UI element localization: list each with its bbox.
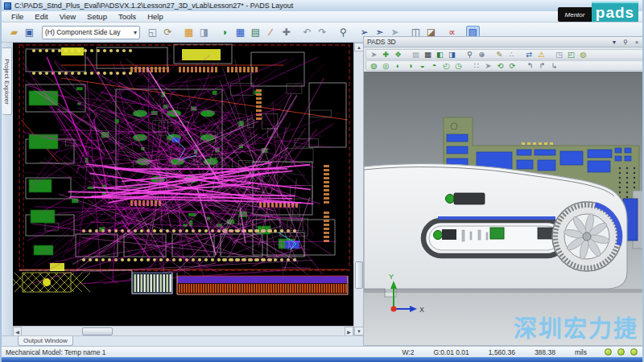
pads-3d-viewport[interactable]: YX 深圳宏力捷 [364, 72, 644, 345]
paste-icon[interactable]: ◨ [197, 26, 211, 39]
view-top-icon[interactable]: ◍ [368, 61, 380, 71]
toolbar-separator [175, 26, 181, 27]
board-view-icon[interactable]: ▦ [182, 26, 196, 39]
title-bar: C:\PADS_Stnd_Plus_Eval\PADSVX.1.2\Lesson… [2, 0, 644, 11]
pcb-canvas[interactable] [13, 43, 353, 326]
toolbar-separator [402, 26, 408, 27]
step-up-icon[interactable]: ↳ [548, 61, 560, 71]
toolbar-separator [518, 54, 523, 55]
via-icon[interactable]: ✚ [279, 26, 293, 39]
menu-view[interactable]: View [54, 12, 81, 21]
panel-close-icon[interactable]: × [632, 38, 642, 46]
board-3d-icon[interactable]: ▦ [422, 50, 434, 60]
layer-dropdown-value: (H) Component Side Lay [45, 28, 121, 36]
panel-pin-icon[interactable]: ⚲ [621, 38, 630, 46]
pcb-layout-drawing [13, 43, 353, 326]
layer-dropdown[interactable]: (H) Component Side Lay ▾ [42, 26, 140, 39]
snap-points-icon[interactable]: ∷ [470, 61, 482, 71]
layers-icon[interactable]: ▤ [249, 26, 262, 39]
pads-layout-window: C:\PADS_Stnd_Plus_Eval\PADSVX.1.2\Lesson… [0, 0, 644, 362]
window-title: C:\PADS_Stnd_Plus_Eval\PADSVX.1.2\Lesson… [14, 2, 293, 10]
mentor-logo: Mentor [558, 7, 592, 22]
status-coord-x: 1,560.36 [479, 348, 525, 356]
left-tab-strip: Project Explorer [2, 43, 13, 335]
bottom-tab-row: Output Window [2, 335, 363, 346]
toolbar-separator [351, 26, 357, 27]
step-back-icon[interactable]: ↰ [524, 61, 536, 71]
status-indicators [597, 348, 644, 356]
status-units[interactable]: mils [565, 348, 597, 356]
edit-model-icon[interactable]: ❖ [392, 50, 404, 60]
undo-icon[interactable]: ↶ [300, 26, 314, 39]
view-bottom-icon[interactable]: ◎ [380, 61, 392, 71]
menu-setup[interactable]: Setup [81, 12, 113, 21]
measure-point-icon[interactable]: ∴ [506, 50, 518, 60]
status-indicator-icon[interactable] [630, 348, 638, 356]
measure-3d-icon[interactable]: ✎ [493, 50, 506, 60]
view-front-icon[interactable]: ◐ [392, 61, 404, 71]
rotate-cw-icon[interactable]: ⟳ [506, 61, 518, 71]
cube-bottom-icon[interactable]: ◨ [446, 50, 458, 60]
view-iso1-icon[interactable]: ◴ [440, 61, 452, 71]
toolbar-separator [439, 26, 444, 27]
status-bar: Mechanical Model: Temp name 1 W:2 G:0.01… [2, 346, 644, 357]
zoom-icon[interactable]: ⚲ [336, 26, 350, 39]
collision-icon[interactable]: ⇄ [523, 50, 535, 60]
cube-top-icon[interactable]: ◧ [434, 50, 446, 60]
vertical-scroll-thumb[interactable] [355, 261, 363, 289]
open-file-icon[interactable]: ▰ [7, 26, 21, 39]
dfa-warning-icon[interactable]: ⚠ [535, 50, 547, 60]
snapshot-icon[interactable]: ◍ [577, 50, 589, 60]
zoom-3d-icon[interactable]: ⚲ [464, 50, 476, 60]
status-message: Mechanical Model: Temp name 1 [2, 348, 392, 356]
panel-menu-icon[interactable]: ▾ [609, 38, 619, 46]
status-width-mode[interactable]: W:2 [392, 348, 423, 356]
pads-3d-toolbar-2: ◍◎◐◑◒◓◴◷∷➤⟲⟳↰↱↳ [365, 60, 643, 71]
menu-help[interactable]: Help [142, 12, 169, 21]
chevron-down-icon: ▾ [134, 29, 137, 36]
redo-icon[interactable]: ↷ [316, 26, 329, 39]
svg-text:Y: Y [389, 273, 394, 281]
app-icon [4, 2, 11, 10]
menu-file[interactable]: File [6, 12, 29, 21]
select-3d-icon[interactable]: ➤ [482, 61, 494, 71]
view-left-icon[interactable]: ◒ [416, 61, 428, 71]
vertical-scrollbar[interactable]: ▲ ▼ [353, 43, 363, 335]
branding: Mentor pads [558, 2, 638, 22]
grid-icon[interactable]: ▦ [233, 26, 247, 39]
route-icon[interactable]: ◗ [218, 26, 232, 39]
menu-tools[interactable]: Tools [113, 12, 142, 21]
toolbar-separator [330, 26, 336, 27]
save-icon[interactable]: ▣ [23, 26, 36, 39]
toolbar-group-file: ▰▣ [6, 26, 37, 39]
view-right-icon[interactable]: ◓ [428, 61, 440, 71]
toolbar-separator [460, 26, 465, 27]
output-window-tab[interactable]: Output Window [18, 336, 73, 346]
step-fwd-icon[interactable]: ↱ [536, 61, 548, 71]
toolbar-separator [464, 65, 470, 66]
measure-icon[interactable]: ∕ [264, 26, 278, 39]
pan-3d-icon[interactable]: ⊕ [476, 50, 488, 60]
pads-3d-toolbar-1: ➤✚❖▤▦◧◨⚲⊕✎∴⇄⚠◳◰◍ [365, 49, 643, 60]
report-icon[interactable]: ◳ [553, 50, 565, 60]
project-explorer-tab[interactable]: Project Explorer [2, 47, 12, 115]
menu-bar: FileEditViewSetupToolsHelp [2, 11, 644, 23]
status-indicator-icon[interactable] [617, 348, 625, 356]
status-grid[interactable]: G:0.01 0.01 [423, 348, 478, 356]
rotate-ccw-icon[interactable]: ⟲ [494, 61, 506, 71]
horizontal-scroll-thumb[interactable] [82, 327, 113, 335]
view-iso2-icon[interactable]: ◷ [452, 61, 464, 71]
menu-edit[interactable]: Edit [29, 12, 53, 21]
view-back-icon[interactable]: ◑ [404, 61, 416, 71]
new-window-icon[interactable]: ◱ [146, 26, 159, 39]
toolbar-separator [404, 54, 410, 55]
board-sheet-icon[interactable]: ▤ [410, 50, 422, 60]
horizontal-scrollbar[interactable]: ◀ ▶ [13, 326, 353, 335]
add-model-icon[interactable]: ✚ [380, 50, 392, 60]
toolbar-separator [547, 54, 553, 55]
pointer-3d-icon[interactable]: ➤ [368, 50, 380, 60]
export-icon[interactable]: ◰ [565, 50, 577, 60]
status-indicator-icon[interactable] [605, 348, 612, 356]
toolbar-separator [488, 54, 493, 55]
redraw-icon[interactable]: ⟳ [161, 26, 175, 39]
